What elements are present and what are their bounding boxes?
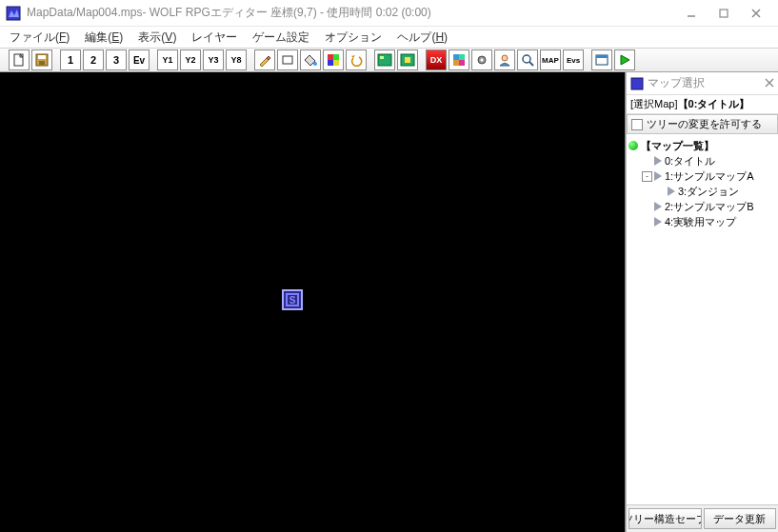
- svg-rect-11: [328, 54, 333, 60]
- palette-tool[interactable]: [323, 49, 344, 70]
- svg-rect-21: [453, 60, 459, 66]
- user-button[interactable]: [494, 49, 515, 70]
- svg-rect-8: [39, 61, 45, 65]
- svg-rect-16: [380, 56, 384, 59]
- map-node-icon: [654, 217, 662, 227]
- undo-button[interactable]: [346, 49, 367, 70]
- layer-2-button[interactable]: 2: [83, 49, 104, 70]
- panel-icon: [630, 77, 644, 90]
- svg-rect-19: [453, 54, 459, 60]
- svg-line-27: [529, 62, 533, 66]
- window-title: MapData/Map004.mps- WOLF RPGエディター 座標(9,7…: [27, 5, 431, 21]
- menu-bar: ファイル(F) 編集(E) 表示(V) レイヤー ゲーム設定 オプション ヘルプ…: [0, 27, 778, 48]
- search-button[interactable]: [517, 49, 538, 70]
- allow-tree-change-label: ツリーの変更を許可する: [647, 117, 762, 131]
- allow-tree-change-checkbox[interactable]: [631, 119, 643, 130]
- svg-rect-14: [333, 60, 339, 66]
- y2-button[interactable]: Y2: [180, 49, 201, 70]
- save-button[interactable]: [31, 49, 52, 70]
- y1-button[interactable]: Y1: [157, 49, 178, 70]
- menu-layer[interactable]: レイヤー: [184, 28, 245, 48]
- selected-map-row: [選択Map]【0:タイトル】: [627, 95, 778, 114]
- pencil-tool[interactable]: [254, 49, 275, 70]
- map-tree[interactable]: 【マップ一覧】 0:タイトル - 1:サンプルマップA 3:ダンジョン 2:サン…: [627, 134, 778, 504]
- collapse-icon[interactable]: -: [642, 171, 652, 182]
- evs-button[interactable]: Evs: [563, 49, 584, 70]
- data-update-button[interactable]: データ更新: [704, 508, 777, 529]
- minimize-button[interactable]: [675, 3, 708, 24]
- svg-rect-30: [631, 78, 643, 89]
- work-area: S マップ選択 [選択Map]【0:タイトル】 ツリーの変更を許可する 【マップ…: [0, 72, 778, 532]
- menu-option[interactable]: オプション: [317, 28, 389, 48]
- menu-help[interactable]: ヘルプ(H): [389, 28, 455, 48]
- panel-buttons: ツリー構造セーブ データ更新: [627, 504, 778, 532]
- app-icon: [6, 6, 21, 21]
- svg-rect-9: [283, 56, 292, 64]
- svg-point-10: [313, 62, 317, 66]
- allow-tree-change-row[interactable]: ツリーの変更を許可する: [627, 114, 778, 134]
- title-bar: MapData/Map004.mps- WOLF RPGエディター 座標(9,7…: [0, 0, 778, 27]
- map-node-icon: [654, 202, 662, 211]
- layer-ev-button[interactable]: Ev: [129, 49, 150, 70]
- tree-item[interactable]: - 1:サンプルマップA: [628, 168, 776, 184]
- tiles-button[interactable]: [449, 49, 469, 70]
- svg-rect-15: [378, 54, 391, 66]
- menu-view[interactable]: 表示(V): [130, 28, 184, 48]
- panel-title: マップ選択: [648, 75, 765, 91]
- svg-rect-22: [459, 60, 465, 66]
- gear-button[interactable]: [471, 49, 492, 70]
- play-button[interactable]: [614, 49, 635, 70]
- map-canvas[interactable]: S: [0, 72, 626, 532]
- new-button[interactable]: [9, 49, 30, 70]
- svg-point-26: [523, 55, 530, 63]
- map-node-icon: [654, 156, 662, 166]
- fill-tool[interactable]: [300, 49, 321, 70]
- y8-button[interactable]: Y8: [226, 49, 247, 70]
- maximize-button[interactable]: [708, 3, 740, 24]
- rect-tool[interactable]: [277, 49, 298, 70]
- tree-root-icon: [628, 141, 638, 150]
- panel-close-icon[interactable]: [765, 77, 774, 90]
- svg-point-25: [502, 55, 508, 61]
- window-button[interactable]: [591, 49, 612, 70]
- svg-rect-13: [328, 60, 333, 66]
- svg-rect-18: [405, 57, 410, 63]
- layer-1-button[interactable]: 1: [60, 49, 81, 70]
- tree-item[interactable]: 4:実験用マップ: [628, 214, 776, 229]
- toolbar: 1 2 3 Ev Y1 Y2 Y3 Y8 DX MAP Evs: [0, 48, 778, 72]
- tree-item[interactable]: 0:タイトル: [628, 153, 776, 168]
- map-select-panel: マップ選択 [選択Map]【0:タイトル】 ツリーの変更を許可する 【マップ一覧…: [626, 72, 778, 532]
- panel-titlebar: マップ選択: [627, 72, 778, 95]
- map-settings-button[interactable]: [397, 49, 418, 70]
- dx-button[interactable]: DX: [426, 49, 447, 70]
- map-button[interactable]: [374, 49, 395, 70]
- menu-game-settings[interactable]: ゲーム設定: [245, 28, 317, 48]
- y3-button[interactable]: Y3: [203, 49, 224, 70]
- svg-rect-29: [596, 55, 608, 58]
- map-node-icon: [654, 171, 662, 181]
- tree-item[interactable]: 2:サンプルマップB: [628, 199, 776, 214]
- svg-rect-7: [38, 55, 46, 59]
- start-position-marker[interactable]: S: [282, 289, 303, 310]
- close-button[interactable]: [740, 3, 772, 24]
- svg-point-24: [481, 59, 484, 62]
- svg-rect-2: [720, 10, 728, 17]
- svg-rect-20: [459, 54, 465, 60]
- tree-item[interactable]: 3:ダンジョン: [628, 184, 776, 199]
- menu-file[interactable]: ファイル(F): [2, 28, 77, 48]
- tree-save-button[interactable]: ツリー構造セーブ: [628, 508, 702, 529]
- tree-root[interactable]: 【マップ一覧】: [628, 138, 776, 153]
- menu-edit[interactable]: 編集(E): [77, 28, 130, 48]
- map-label-button[interactable]: MAP: [540, 49, 561, 70]
- layer-3-button[interactable]: 3: [106, 49, 127, 70]
- map-node-icon: [668, 187, 675, 196]
- svg-rect-12: [333, 54, 339, 60]
